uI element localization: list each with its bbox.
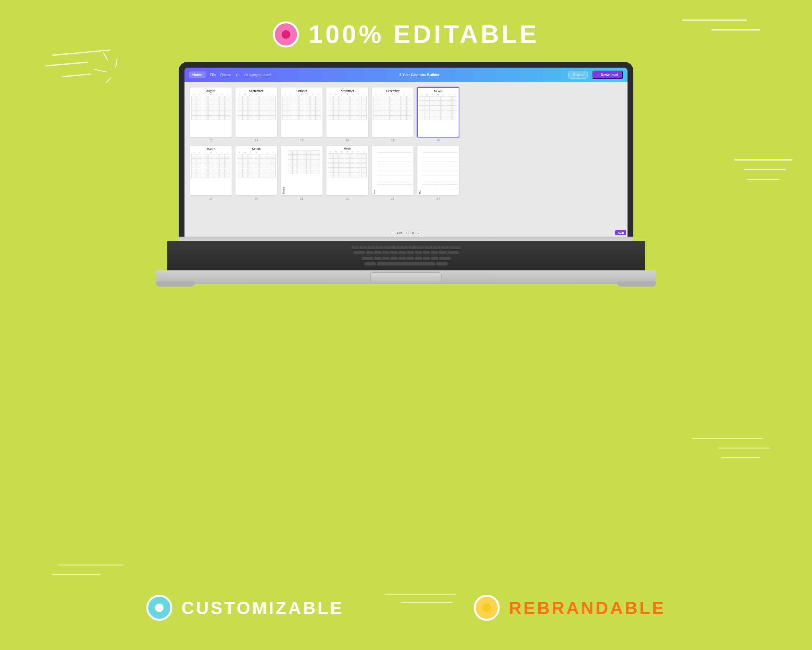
page-num-13: 13 [209,139,212,142]
page-20[interactable]: Month SMTWTFS [235,145,277,200]
page-thumb-18: Month SMTWTFS [417,87,459,138]
laptop: Home File Resize ↩ All changes saved 5 Y… [179,62,633,284]
key [441,246,448,249]
download-button[interactable]: ↓ Download [592,70,623,79]
pink-circle-inner [282,30,290,39]
page-num-15: 15 [300,139,303,142]
page-17[interactable]: December SMTWTFS [372,87,414,142]
page-21[interactable]: Month 21 [281,145,323,200]
help-button[interactable]: Help [615,230,626,235]
key [376,246,383,249]
laptop-foot-left [156,281,195,287]
key [384,246,391,249]
month-23-dots [377,147,412,194]
page-13[interactable]: August SMTWTFS [190,87,232,142]
key [392,246,400,249]
customizable-text: CUSTOMIZABLE [182,598,344,618]
laptop-screen: Home File Resize ↩ All changes saved 5 Y… [185,67,627,237]
page-24[interactable]: Mon 24 [417,145,459,200]
close-zoom-button[interactable]: ✕ [410,230,415,235]
key [409,246,416,249]
toolbar-home[interactable]: Home [189,72,206,78]
toolbar-file[interactable]: File [210,73,216,77]
month-20: Month [235,145,277,151]
page-num-24: 24 [437,197,440,200]
page-thumb-20: Month SMTWTFS [235,145,277,196]
key [439,251,446,255]
key [433,246,440,249]
page-22[interactable]: Month SMTWTFS [326,145,368,200]
key [368,246,375,249]
key [415,257,422,261]
month-19: Month [190,145,232,151]
zoom-controls: − 24% + ✕ ⤢ [390,230,422,235]
laptop-screen-outer: Home File Resize ↩ All changes saved 5 Y… [179,62,633,237]
page-thumb-24: Mon [417,145,459,196]
key [449,246,461,249]
page-18[interactable]: Month SMTWTFS [417,87,459,142]
key [382,257,389,261]
page-thumb-22: Month SMTWTFS [326,145,368,196]
key [423,251,430,255]
key [365,262,376,266]
month-18: Month [418,88,459,93]
zoom-in-button[interactable]: + [404,230,409,235]
key [407,257,414,261]
month-24-dots [422,147,458,194]
page-num-17: 17 [391,139,394,142]
key [374,257,381,261]
spacebar-key [377,262,435,266]
share-button[interactable]: Share [568,71,588,79]
month-21-vertical: Month [282,147,285,194]
cyan-circle-inner [155,604,164,612]
trackpad[interactable] [370,272,442,282]
page-thumb-14: September SMTWTFS [235,87,277,138]
month-october: October [281,87,322,93]
toolbar-resize[interactable]: Resize [220,73,231,77]
top-heading-area: 100% EDITABLE [273,20,539,49]
page-num-21: 21 [300,197,303,200]
month-november: November [327,87,368,93]
key [415,251,422,255]
month-december: December [372,87,414,93]
key [362,257,373,261]
key [400,246,408,249]
rebrandable-text: REBRANDABLE [509,598,666,618]
key [360,246,367,249]
customizable-badge: CUSTOMIZABLE [147,595,344,621]
page-num-23: 23 [391,197,394,200]
key [352,246,359,249]
page-15[interactable]: October SMTWTFS [281,87,323,142]
pink-circle-icon [273,21,299,47]
month-august: August [190,87,232,93]
page-thumb-17: December SMTWTFS [372,87,414,138]
key [436,262,447,266]
page-16[interactable]: November SMTWTFS [326,87,368,142]
key [439,257,450,261]
page-thumb-23: Mon [372,145,414,196]
toolbar-title: 5 Year Calendar Builder [400,73,440,77]
key [391,251,398,255]
page-14[interactable]: September SMTWTFS [235,87,277,142]
keyboard-row-3 [362,257,450,261]
key [398,257,406,261]
page-num-16: 16 [346,139,349,142]
page-num-18: 18 [437,139,440,142]
page-num-19: 19 [209,197,212,200]
undo-button[interactable]: ↩ [236,72,240,77]
key [417,246,424,249]
key [366,251,373,255]
pages-row-2: Month SMTWTFS [190,145,622,200]
key [407,251,414,255]
page-num-14: 14 [255,139,258,142]
page-thumb-13: August SMTWTFS [190,87,232,138]
page-23[interactable]: Mon 23 [372,145,414,200]
zoom-out-button[interactable]: − [390,230,395,235]
fullscreen-button[interactable]: ⤢ [417,230,422,235]
keyboard-row-1 [352,246,461,249]
page-thumb-15: October SMTWTFS [281,87,323,138]
page-thumb-16: November SMTWTFS [326,87,368,138]
page-19[interactable]: Month SMTWTFS [190,145,232,200]
key [447,251,459,255]
month-september: September [235,87,277,93]
